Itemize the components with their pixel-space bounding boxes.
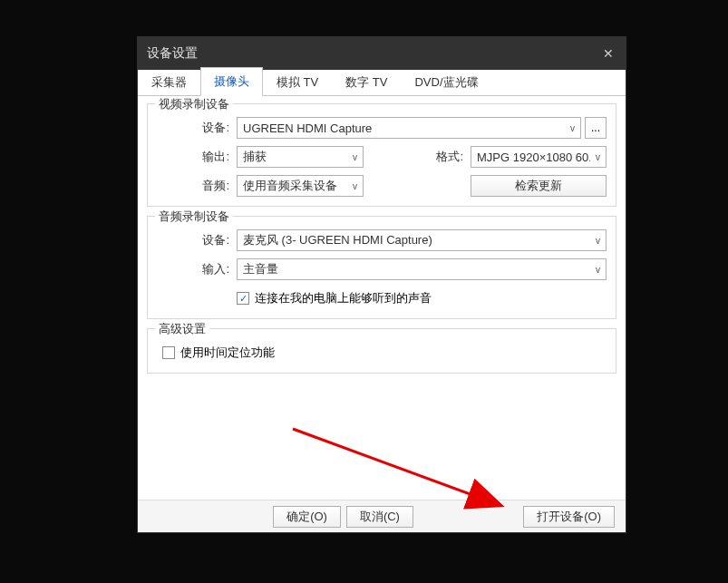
tab-bar: 采集器 摄像头 模拟 TV 数字 TV DVD/蓝光碟 bbox=[138, 70, 626, 96]
open-device-button[interactable]: 打开设备(O) bbox=[523, 506, 615, 528]
audio-legend: 音频录制设备 bbox=[155, 209, 233, 225]
audio-device-label: 设备: bbox=[157, 232, 237, 248]
chevron-down-icon: v bbox=[570, 123, 575, 133]
video-device-label: 设备: bbox=[157, 120, 237, 136]
ok-button[interactable]: 确定(O) bbox=[273, 506, 341, 528]
open-device-label: 打开设备(O) bbox=[537, 509, 601, 525]
video-recording-group: 视频录制设备 设备: UGREEN HDMI Capture v ... 输出:… bbox=[147, 103, 616, 207]
check-update-button[interactable]: 检索更新 bbox=[471, 175, 607, 197]
advanced-settings-group: 高级设置 使用时间定位功能 bbox=[147, 328, 616, 374]
titlebar: 设备设置 ✕ bbox=[138, 37, 626, 70]
time-positioning-checkbox[interactable] bbox=[162, 346, 175, 359]
chevron-down-icon: v bbox=[596, 236, 600, 246]
audio-recording-group: 音频录制设备 设备: 麦克风 (3- UGREEN HDMI Capture) … bbox=[147, 216, 616, 319]
video-output-label: 输出: bbox=[157, 149, 237, 165]
video-format-label: 格式: bbox=[427, 149, 471, 165]
video-device-browse-button[interactable]: ... bbox=[585, 117, 607, 139]
ellipsis-icon: ... bbox=[591, 121, 600, 134]
chevron-down-icon: v bbox=[353, 181, 357, 191]
audio-input-label: 输入: bbox=[157, 261, 237, 277]
cancel-label: 取消(C) bbox=[360, 509, 400, 525]
video-device-value: UGREEN HDMI Capture bbox=[243, 121, 372, 135]
video-legend: 视频录制设备 bbox=[155, 96, 233, 112]
tab-digital-tv[interactable]: 数字 TV bbox=[332, 68, 401, 96]
tab-dvd-bluray[interactable]: DVD/蓝光碟 bbox=[401, 68, 491, 96]
chevron-down-icon: v bbox=[596, 265, 600, 275]
hear-on-pc-label: 连接在我的电脑上能够听到的声音 bbox=[255, 290, 432, 306]
device-settings-dialog: 设备设置 ✕ 采集器 摄像头 模拟 TV 数字 TV DVD/蓝光碟 视频录制设… bbox=[137, 36, 626, 533]
ok-label: 确定(O) bbox=[286, 509, 327, 525]
video-output-value: 捕获 bbox=[243, 149, 267, 165]
tab-analog-tv[interactable]: 模拟 TV bbox=[263, 68, 332, 96]
video-format-select[interactable]: MJPG 1920×1080 60.0 v bbox=[471, 146, 607, 168]
time-positioning-label: 使用时间定位功能 bbox=[180, 345, 275, 361]
audio-device-value: 麦克风 (3- UGREEN HDMI Capture) bbox=[243, 232, 432, 248]
video-audio-select[interactable]: 使用音频采集设备 v bbox=[237, 175, 364, 197]
audio-device-select[interactable]: 麦克风 (3- UGREEN HDMI Capture) v bbox=[237, 229, 607, 251]
dialog-title: 设备设置 bbox=[147, 45, 198, 62]
tab-collector[interactable]: 采集器 bbox=[138, 68, 200, 96]
check-update-label: 检索更新 bbox=[515, 178, 562, 194]
video-audio-label: 音频: bbox=[157, 178, 237, 194]
audio-input-value: 主音量 bbox=[243, 261, 278, 277]
hear-on-pc-checkbox[interactable] bbox=[237, 292, 249, 305]
dialog-content: 视频录制设备 设备: UGREEN HDMI Capture v ... 输出:… bbox=[138, 96, 626, 500]
video-audio-value: 使用音频采集设备 bbox=[243, 178, 337, 194]
close-icon[interactable]: ✕ bbox=[600, 45, 616, 62]
cancel-button[interactable]: 取消(C) bbox=[346, 506, 413, 528]
tab-camera[interactable]: 摄像头 bbox=[200, 67, 263, 96]
dialog-footer: 确定(O) 取消(C) 打开设备(O) bbox=[138, 500, 626, 532]
audio-input-select[interactable]: 主音量 v bbox=[237, 258, 607, 280]
video-device-select[interactable]: UGREEN HDMI Capture v bbox=[237, 117, 581, 139]
video-format-value: MJPG 1920×1080 60.0 bbox=[477, 151, 590, 164]
advanced-legend: 高级设置 bbox=[155, 321, 209, 337]
chevron-down-icon: v bbox=[353, 152, 357, 162]
video-output-select[interactable]: 捕获 v bbox=[237, 146, 364, 168]
chevron-down-icon: v bbox=[596, 152, 600, 162]
